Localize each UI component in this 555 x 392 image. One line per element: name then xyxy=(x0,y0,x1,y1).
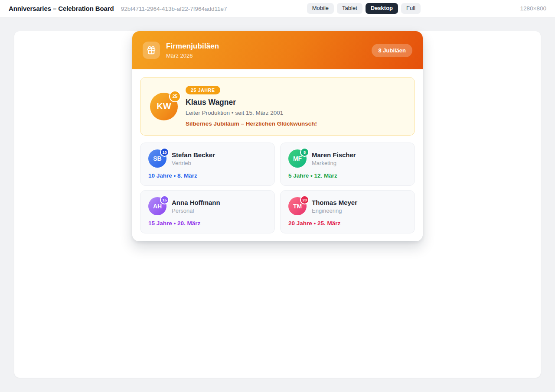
page-title: Anniversaries – Celebration Board xyxy=(9,5,114,12)
gift-icon xyxy=(143,42,160,59)
person-avatar: AH 15 xyxy=(148,197,166,215)
celebration-board-card: Firmenjubiläen März 2026 8 Jubiläen KW 2… xyxy=(132,31,423,241)
people-grid: SB 10 Stefan Becker Vertrieb 10 Jahre • … xyxy=(140,143,415,233)
years-count-badge: 10 xyxy=(160,148,169,157)
preview-stage: Firmenjubiläen März 2026 8 Jubiläen KW 2… xyxy=(0,17,555,392)
viewport-button-desktop[interactable]: Desktop xyxy=(366,3,398,13)
board-subtitle: März 2026 xyxy=(166,52,219,59)
person-card: MF 5 Maren Fischer Marketing 5 Jahre • 1… xyxy=(280,143,415,186)
employee-name: Stefan Becker xyxy=(172,151,215,159)
featured-info: 25 JAHRE Klaus Wagner Leiter Produktion … xyxy=(186,86,317,127)
viewport-button-full[interactable]: Full xyxy=(401,3,421,13)
person-info: Stefan Becker Vertrieb xyxy=(172,151,215,166)
board-body: KW 25 25 JAHRE Klaus Wagner Leiter Produ… xyxy=(132,69,423,241)
years-count-badge: 25 xyxy=(169,91,181,102)
employee-department: Vertrieb xyxy=(172,160,215,166)
board-header: Firmenjubiläen März 2026 8 Jubiläen xyxy=(132,31,423,69)
person-avatar: TM 20 xyxy=(288,197,307,215)
anniversary-detail: 20 Jahre • 25. März xyxy=(288,220,407,227)
employee-department: Engineering xyxy=(312,207,357,214)
person-card: TM 20 Thomas Meyer Engineering 20 Jahre … xyxy=(280,190,415,233)
person-card: SB 10 Stefan Becker Vertrieb 10 Jahre • … xyxy=(140,143,275,186)
employee-department: Personal xyxy=(172,207,220,214)
employee-name: Thomas Meyer xyxy=(312,199,357,206)
board-header-text: Firmenjubiläen März 2026 xyxy=(166,42,219,59)
anniversary-detail: 5 Jahre • 12. März xyxy=(288,172,407,179)
anniversary-detail: 10 Jahre • 8. März xyxy=(148,172,267,179)
employee-name: Klaus Wagner xyxy=(186,98,317,107)
person-card: AH 15 Anna Hoffmann Personal 15 Jahre • … xyxy=(140,190,275,233)
years-count-badge: 20 xyxy=(300,195,309,204)
employee-role-since: Leiter Produktion • seit 15. März 2001 xyxy=(186,110,317,116)
years-count-badge: 15 xyxy=(160,195,169,204)
anniversary-count-badge: 8 Jubiläen xyxy=(372,44,412,57)
person-top-row: SB 10 Stefan Becker Vertrieb xyxy=(148,149,267,168)
person-top-row: AH 15 Anna Hoffmann Personal xyxy=(148,197,267,215)
employee-department: Marketing xyxy=(312,160,356,166)
person-top-row: MF 5 Maren Fischer Marketing xyxy=(288,149,407,168)
person-top-row: TM 20 Thomas Meyer Engineering xyxy=(288,197,407,215)
board-title: Firmenjubiläen xyxy=(166,42,219,51)
viewport-button-tablet[interactable]: Tablet xyxy=(337,3,362,13)
featured-anniversary-card: KW 25 25 JAHRE Klaus Wagner Leiter Produ… xyxy=(140,77,415,136)
resolution-indicator: 1280×800 xyxy=(421,5,546,12)
congratulation-message: Silbernes Jubiläum – Herzlichen Glückwun… xyxy=(186,120,317,127)
employee-name: Maren Fischer xyxy=(312,151,356,159)
viewport-button-mobile[interactable]: Mobile xyxy=(307,3,334,13)
person-avatar: MF 5 xyxy=(288,149,307,168)
person-info: Maren Fischer Marketing xyxy=(312,151,356,166)
years-count-badge: 5 xyxy=(300,148,309,157)
person-info: Anna Hoffmann Personal xyxy=(172,199,220,214)
document-uuid: 92bf4711-2964-413b-af22-7f964add11e7 xyxy=(121,6,227,12)
topbar: Anniversaries – Celebration Board 92bf47… xyxy=(0,0,555,17)
viewport-toggle-group: Mobile Tablet Desktop Full xyxy=(307,3,421,13)
person-avatar: SB 10 xyxy=(148,149,166,168)
years-label-badge: 25 JAHRE xyxy=(186,86,220,94)
employee-name: Anna Hoffmann xyxy=(172,199,220,206)
featured-avatar: KW 25 xyxy=(150,93,178,120)
person-info: Thomas Meyer Engineering xyxy=(312,199,357,214)
anniversary-detail: 15 Jahre • 20. März xyxy=(148,220,267,227)
preview-panel: Firmenjubiläen März 2026 8 Jubiläen KW 2… xyxy=(14,31,541,378)
topbar-left: Anniversaries – Celebration Board 92bf47… xyxy=(9,5,307,12)
